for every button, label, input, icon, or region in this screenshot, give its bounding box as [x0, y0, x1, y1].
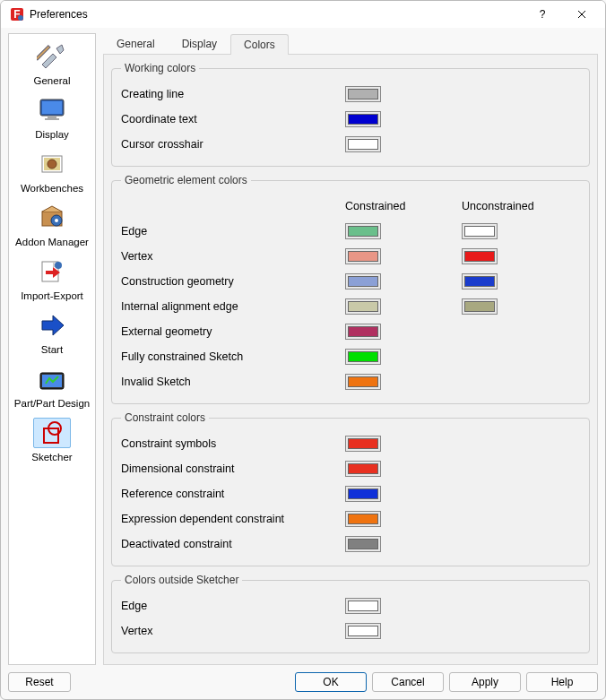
window-title: Preferences	[30, 8, 523, 21]
color-vertex-unconstrained[interactable]	[462, 248, 498, 264]
help-button[interactable]: ?	[523, 1, 562, 28]
color-external-geometry[interactable]	[345, 324, 381, 340]
label-cursor-crosshair: Cursor crosshair	[121, 138, 345, 151]
header-unconstrained: Unconstrained	[462, 200, 578, 212]
sidebar-item-start[interactable]: Start	[11, 305, 93, 359]
color-outside-vertex[interactable]	[345, 623, 381, 639]
sidebar-item-sketcher[interactable]: Sketcher	[11, 412, 93, 466]
label-dimensional-constraint: Dimensional constraint	[121, 462, 345, 475]
svg-point-9	[48, 160, 56, 169]
color-outside-edge[interactable]	[345, 598, 381, 614]
part-icon	[33, 364, 71, 394]
group-outside-colors: Colors outside Sketcher Edge Vertex	[111, 574, 590, 653]
color-internal-unconstrained[interactable]	[462, 298, 498, 315]
sidebar-item-part-design[interactable]: Part/Part Design	[11, 359, 93, 412]
color-construction-constrained[interactable]	[345, 273, 381, 290]
label-external-geometry: External geometry	[121, 325, 345, 338]
color-fully-constrained[interactable]	[345, 349, 381, 365]
label-expression-constraint: Expression dependent constraint	[121, 513, 345, 525]
monitor-icon	[33, 95, 71, 125]
settings-panel: Working colors Creating line Coordinate …	[103, 55, 598, 665]
sidebar-item-general[interactable]: General	[11, 36, 93, 90]
tabs: General Display Colors	[103, 33, 598, 55]
sketcher-icon	[33, 418, 71, 448]
svg-rect-17	[44, 428, 58, 443]
label-outside-vertex: Vertex	[121, 625, 345, 637]
tools-icon	[33, 41, 71, 72]
svg-rect-6	[48, 116, 56, 118]
label-edge: Edge	[121, 225, 345, 238]
label-constraint-symbols: Constraint symbols	[121, 437, 345, 450]
help-button-footer[interactable]: Help	[526, 672, 598, 692]
sidebar-item-workbenches[interactable]: Workbenches	[11, 143, 93, 197]
label-vertex: Vertex	[121, 250, 345, 263]
group-working-colors: Working colors Creating line Coordinate …	[111, 62, 590, 167]
color-cursor-crosshair[interactable]	[345, 136, 381, 152]
sidebar-item-addon-manager[interactable]: Addon Manager	[11, 197, 93, 251]
color-vertex-constrained[interactable]	[345, 248, 381, 264]
group-geometric-colors: Geometric element colors Constrained Unc…	[111, 174, 590, 404]
app-icon: F	[10, 7, 24, 22]
tab-general[interactable]: General	[103, 33, 169, 54]
color-edge-constrained[interactable]	[345, 223, 381, 239]
label-fully-constrained: Fully constrained Sketch	[121, 350, 345, 363]
close-button[interactable]	[562, 1, 602, 28]
sidebar-item-display[interactable]: Display	[11, 90, 93, 143]
label-construction-geometry: Construction geometry	[121, 275, 345, 288]
color-construction-unconstrained[interactable]	[462, 273, 498, 290]
label-internal-alignment: Internal alignment edge	[121, 300, 345, 313]
workbench-icon	[33, 149, 71, 179]
color-expression-constraint[interactable]	[345, 511, 381, 527]
import-export-icon	[33, 256, 71, 287]
sidebar-item-import-export[interactable]: Import-Export	[11, 251, 93, 305]
svg-point-14	[55, 262, 62, 269]
cancel-button[interactable]: Cancel	[372, 672, 444, 692]
color-dimensional-constraint[interactable]	[345, 461, 381, 477]
svg-rect-3	[37, 46, 50, 60]
reset-button[interactable]: Reset	[8, 672, 71, 692]
arrow-right-icon	[33, 310, 71, 341]
footer: Reset OK Cancel Apply Help	[1, 669, 605, 699]
svg-point-12	[55, 219, 58, 222]
group-constraint-colors: Constraint colors Constraint symbols Dim…	[111, 411, 590, 566]
apply-button[interactable]: Apply	[449, 672, 521, 692]
color-constraint-symbols[interactable]	[345, 436, 381, 452]
svg-rect-5	[42, 101, 62, 114]
label-creating-line: Creating line	[121, 88, 345, 100]
label-reference-constraint: Reference constraint	[121, 488, 345, 500]
svg-rect-7	[45, 118, 59, 120]
category-sidebar: General Display Workbenches Addon Manage…	[8, 33, 96, 665]
color-reference-constraint[interactable]	[345, 486, 381, 502]
label-deactivated-constraint: Deactivated constraint	[121, 538, 345, 550]
label-invalid-sketch: Invalid Sketch	[121, 376, 345, 388]
addon-icon	[33, 203, 71, 233]
color-coordinate-text[interactable]	[345, 111, 381, 127]
color-internal-constrained[interactable]	[345, 298, 381, 315]
label-coordinate-text: Coordinate text	[121, 113, 345, 125]
color-deactivated-constraint[interactable]	[345, 536, 381, 552]
tab-colors[interactable]: Colors	[230, 34, 289, 55]
svg-point-2	[18, 15, 23, 21]
titlebar: F Preferences ?	[1, 1, 605, 28]
color-creating-line[interactable]	[345, 86, 381, 102]
tab-display[interactable]: Display	[169, 33, 230, 54]
label-outside-edge: Edge	[121, 600, 345, 612]
header-constrained: Constrained	[345, 200, 462, 212]
ok-button[interactable]: OK	[295, 672, 367, 692]
color-invalid-sketch[interactable]	[345, 374, 381, 390]
color-edge-unconstrained[interactable]	[462, 223, 498, 239]
